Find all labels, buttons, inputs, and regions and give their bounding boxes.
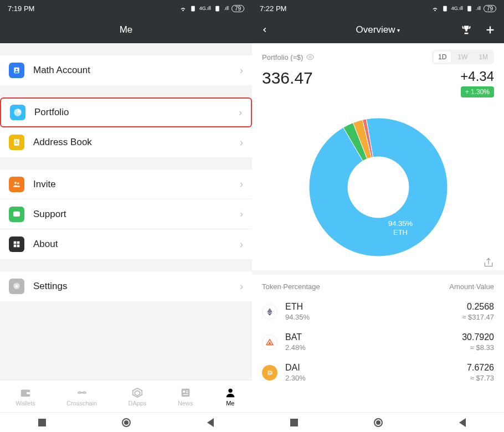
token-percent: 2.48% (285, 343, 454, 352)
svg-rect-25 (443, 6, 447, 11)
menu-item-support[interactable]: Support› (0, 199, 252, 229)
sim-icon (441, 5, 449, 12)
tab-label: News (178, 400, 193, 407)
tab-label: DApps (128, 400, 147, 407)
signal-icon: .ıll (476, 6, 481, 11)
grid-icon (9, 236, 24, 252)
token-symbol: ETH (285, 302, 454, 312)
sim2-icon (466, 5, 473, 12)
chevron-right-icon: › (239, 107, 242, 119)
menu-item-invite[interactable]: Invite› (0, 169, 252, 199)
svg-rect-23 (183, 394, 188, 394)
donut-main-pct: 94.35% (388, 219, 413, 228)
chevron-right-icon: › (240, 281, 243, 292)
chevron-right-icon: › (240, 137, 243, 148)
tab-dapps[interactable]: DApps (128, 387, 147, 407)
nav-recent-icon[interactable] (290, 419, 298, 426)
change-absolute: +4.34 (460, 69, 494, 84)
signal-icon: .ıll (224, 6, 229, 11)
svg-point-8 (17, 182, 19, 184)
menu-item-portfolio[interactable]: Portfolio› (0, 97, 252, 127)
android-nav (0, 412, 252, 432)
svg-point-29 (310, 56, 312, 58)
status-indicators: 4G.ıll .ıll 79 (431, 5, 496, 12)
portfolio-total: 336.47 (262, 69, 313, 88)
trophy-icon[interactable] (461, 24, 472, 35)
tab-wallets[interactable]: Wallets (16, 387, 35, 407)
gear-icon (9, 279, 24, 294)
token-amount: 30.7920 (462, 332, 494, 342)
svg-rect-19 (181, 388, 189, 397)
token-row-eth[interactable]: ETH94.35%0.2568≈ $317.47 (252, 296, 504, 327)
donut-slice-eth[interactable] (309, 118, 448, 256)
token-amount: 0.2568 (462, 302, 494, 312)
nav-home-icon[interactable] (122, 418, 131, 427)
user-icon (9, 63, 24, 78)
menu-item-label: About (33, 239, 240, 250)
eth-icon (262, 304, 277, 320)
nav-back-icon[interactable] (459, 418, 466, 427)
header: Me (0, 17, 252, 43)
token-row-dai[interactable]: DAI2.30%7.6726≈ $7.73 (252, 357, 504, 388)
add-icon[interactable] (484, 24, 496, 36)
donut-main-symbol: ETH (393, 228, 408, 236)
donut-chart-wrap: 94.35%ETH (252, 104, 504, 270)
tab-label: Wallets (16, 400, 35, 407)
token-percent: 94.35% (285, 313, 454, 321)
crosschain-icon (76, 387, 88, 399)
timeframe-1d[interactable]: 1D (434, 52, 451, 63)
dai-icon (262, 365, 277, 380)
sim2-icon (214, 5, 221, 12)
news-icon (179, 387, 192, 399)
menu-item-settings[interactable]: Settings› (0, 271, 252, 301)
token-header-left: Token·Percentage (262, 282, 320, 291)
token-value: ≈ $317.47 (462, 313, 494, 321)
timeframe-1w[interactable]: 1W (453, 52, 472, 63)
menu-item-label: Math Account (33, 65, 240, 76)
pie-icon (10, 105, 25, 120)
battery-icon: 79 (232, 5, 244, 12)
signal-4g-icon: 4G.ıll (199, 6, 211, 11)
menu-item-label: Portfolio (34, 107, 239, 118)
timeframe-1m[interactable]: 1M (474, 52, 492, 63)
svg-rect-10 (14, 241, 17, 244)
chevron-right-icon: › (240, 65, 243, 76)
menu-item-math-account[interactable]: Math Account› (0, 55, 252, 85)
header: Overview ▾ (252, 17, 504, 43)
tab-crosschain[interactable]: Crosschain (66, 387, 97, 407)
people-icon (9, 177, 24, 192)
token-symbol: BAT (285, 332, 454, 342)
status-bar: 7:19 PM 4G.ıll .ıll 79 (0, 0, 252, 17)
menu-item-label: Support (33, 209, 240, 220)
sim-icon (189, 5, 197, 12)
nav-back-icon[interactable] (207, 418, 214, 427)
share-button[interactable] (483, 257, 494, 270)
portfolio-header: Portfolio (≈$) 1D1W1M (252, 43, 504, 66)
svg-rect-0 (191, 6, 195, 11)
tab-news[interactable]: News (178, 387, 193, 407)
menu-item-address-book[interactable]: Address Book› (0, 127, 252, 157)
page-title-dropdown[interactable]: Overview ▾ (356, 24, 400, 35)
token-row-bat[interactable]: BAT2.48%30.7920≈ $8.33 (252, 327, 504, 357)
token-value: ≈ $7.73 (467, 374, 494, 382)
svg-rect-1 (215, 6, 219, 11)
menu-item-label: Invite (33, 179, 240, 190)
svg-rect-13 (17, 245, 20, 248)
back-button[interactable] (261, 24, 269, 37)
dapps-icon (131, 387, 143, 399)
tab-me[interactable]: Me (224, 387, 236, 407)
eye-icon[interactable] (306, 53, 314, 61)
wallets-icon (19, 387, 32, 399)
chevron-right-icon: › (240, 178, 243, 190)
menu-item-about[interactable]: About› (0, 229, 252, 259)
nav-home-icon[interactable] (374, 418, 383, 427)
status-time: 7:19 PM (8, 4, 34, 13)
me-icon (224, 387, 236, 399)
status-time: 7:22 PM (260, 4, 286, 13)
svg-rect-16 (27, 392, 30, 394)
screen-overview: 7:22 PM 4G.ıll .ıll 79 Overview ▾ Portfo… (252, 0, 504, 432)
svg-point-24 (228, 388, 232, 392)
nav-recent-icon[interactable] (38, 419, 46, 426)
token-symbol: DAI (285, 363, 459, 373)
chevron-right-icon: › (240, 208, 243, 220)
